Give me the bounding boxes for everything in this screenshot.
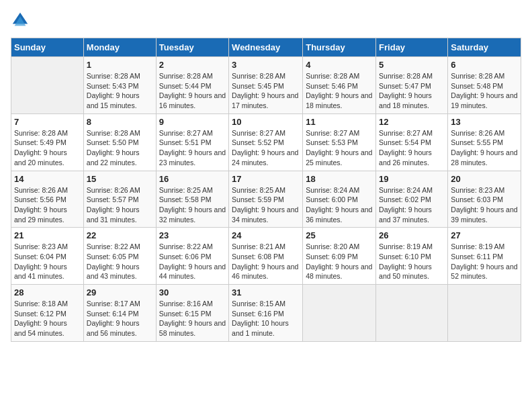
day-info: Sunrise: 8:22 AMSunset: 6:05 PMDaylight:…: [87, 242, 153, 281]
calendar-cell: 6Sunrise: 8:28 AMSunset: 5:48 PMDaylight…: [448, 57, 521, 114]
calendar-cell: 26Sunrise: 8:19 AMSunset: 6:10 PMDayligh…: [376, 228, 448, 285]
day-info: Sunrise: 8:24 AMSunset: 6:02 PMDaylight:…: [379, 185, 445, 225]
calendar-cell: 8Sunrise: 8:28 AMSunset: 5:50 PMDaylight…: [83, 113, 156, 171]
day-number: 27: [451, 230, 518, 240]
day-info: Sunrise: 8:16 AMSunset: 6:15 PMDaylight:…: [159, 299, 226, 338]
calendar-cell: 7Sunrise: 8:28 AMSunset: 5:49 PMDaylight…: [11, 113, 84, 171]
calendar-cell: [376, 285, 448, 342]
calendar-cell: 11Sunrise: 8:27 AMSunset: 5:53 PMDayligh…: [303, 113, 376, 171]
calendar-cell: 24Sunrise: 8:21 AMSunset: 6:08 PMDayligh…: [229, 228, 303, 285]
day-info: Sunrise: 8:26 AMSunset: 5:57 PMDaylight:…: [87, 185, 153, 225]
calendar-cell: 14Sunrise: 8:26 AMSunset: 5:56 PMDayligh…: [11, 171, 84, 228]
day-number: 3: [232, 60, 300, 70]
day-number: 22: [87, 230, 153, 240]
day-info: Sunrise: 8:27 AMSunset: 5:54 PMDaylight:…: [379, 128, 445, 168]
calendar-week-row: 1Sunrise: 8:28 AMSunset: 5:43 PMDaylight…: [11, 57, 521, 114]
day-info: Sunrise: 8:20 AMSunset: 6:09 PMDaylight:…: [306, 242, 373, 281]
calendar-week-row: 7Sunrise: 8:28 AMSunset: 5:49 PMDaylight…: [11, 113, 521, 171]
day-number: 8: [87, 117, 153, 127]
day-info: Sunrise: 8:19 AMSunset: 6:10 PMDaylight:…: [379, 242, 445, 281]
day-number: 31: [232, 287, 300, 298]
day-info: Sunrise: 8:28 AMSunset: 5:48 PMDaylight:…: [451, 71, 518, 111]
day-number: 2: [159, 60, 226, 70]
day-info: Sunrise: 8:25 AMSunset: 5:58 PMDaylight:…: [159, 185, 226, 225]
day-number: 29: [87, 287, 153, 298]
day-number: 23: [159, 230, 226, 240]
day-info: Sunrise: 8:27 AMSunset: 5:53 PMDaylight:…: [306, 128, 373, 168]
day-number: 5: [379, 60, 445, 70]
day-number: 6: [451, 60, 518, 70]
day-info: Sunrise: 8:19 AMSunset: 6:11 PMDaylight:…: [451, 242, 518, 281]
day-number: 25: [306, 230, 373, 240]
calendar-cell: 30Sunrise: 8:16 AMSunset: 6:15 PMDayligh…: [156, 285, 228, 342]
day-number: 20: [451, 174, 518, 184]
day-info: Sunrise: 8:26 AMSunset: 5:55 PMDaylight:…: [451, 128, 518, 168]
calendar-cell: 31Sunrise: 8:15 AMSunset: 6:16 PMDayligh…: [229, 285, 303, 342]
day-number: 15: [87, 174, 153, 184]
calendar-cell: 4Sunrise: 8:28 AMSunset: 5:46 PMDaylight…: [303, 57, 376, 114]
day-info: Sunrise: 8:28 AMSunset: 5:50 PMDaylight:…: [87, 128, 153, 168]
day-number: 26: [379, 230, 445, 240]
weekday-header: Monday: [83, 38, 156, 57]
calendar-cell: 3Sunrise: 8:28 AMSunset: 5:45 PMDaylight…: [229, 57, 303, 114]
calendar-cell: 5Sunrise: 8:28 AMSunset: 5:47 PMDaylight…: [376, 57, 448, 114]
calendar-cell: 10Sunrise: 8:27 AMSunset: 5:52 PMDayligh…: [229, 113, 303, 171]
day-info: Sunrise: 8:27 AMSunset: 5:51 PMDaylight:…: [159, 128, 226, 168]
calendar-week-row: 14Sunrise: 8:26 AMSunset: 5:56 PMDayligh…: [11, 171, 521, 228]
day-number: 1: [87, 60, 153, 70]
day-info: Sunrise: 8:26 AMSunset: 5:56 PMDaylight:…: [14, 185, 81, 225]
day-info: Sunrise: 8:24 AMSunset: 6:00 PMDaylight:…: [306, 185, 373, 225]
day-number: 10: [232, 117, 300, 127]
calendar-cell: 9Sunrise: 8:27 AMSunset: 5:51 PMDaylight…: [156, 113, 228, 171]
day-number: 12: [379, 117, 445, 127]
calendar-cell: 29Sunrise: 8:17 AMSunset: 6:14 PMDayligh…: [83, 285, 156, 342]
day-info: Sunrise: 8:15 AMSunset: 6:16 PMDaylight:…: [232, 299, 300, 338]
day-info: Sunrise: 8:27 AMSunset: 5:52 PMDaylight:…: [232, 128, 300, 168]
calendar-cell: 25Sunrise: 8:20 AMSunset: 6:09 PMDayligh…: [303, 228, 376, 285]
calendar-table: SundayMondayTuesdayWednesdayThursdayFrid…: [11, 38, 521, 342]
day-number: 17: [232, 174, 300, 184]
day-info: Sunrise: 8:28 AMSunset: 5:46 PMDaylight:…: [306, 71, 373, 111]
weekday-header-row: SundayMondayTuesdayWednesdayThursdayFrid…: [11, 38, 521, 57]
calendar-cell: 21Sunrise: 8:23 AMSunset: 6:04 PMDayligh…: [11, 228, 84, 285]
calendar-cell: 19Sunrise: 8:24 AMSunset: 6:02 PMDayligh…: [376, 171, 448, 228]
day-info: Sunrise: 8:18 AMSunset: 6:12 PMDaylight:…: [14, 299, 81, 338]
calendar-cell: 1Sunrise: 8:28 AMSunset: 5:43 PMDaylight…: [83, 57, 156, 114]
calendar-cell: [448, 285, 521, 342]
calendar-cell: 16Sunrise: 8:25 AMSunset: 5:58 PMDayligh…: [156, 171, 228, 228]
day-number: 24: [232, 230, 300, 240]
day-info: Sunrise: 8:28 AMSunset: 5:49 PMDaylight:…: [14, 128, 81, 168]
weekday-header: Saturday: [448, 38, 521, 57]
day-number: 19: [379, 174, 445, 184]
calendar-cell: 22Sunrise: 8:22 AMSunset: 6:05 PMDayligh…: [83, 228, 156, 285]
calendar-cell: 2Sunrise: 8:28 AMSunset: 5:44 PMDaylight…: [156, 57, 228, 114]
day-number: 14: [14, 174, 81, 184]
calendar-cell: 20Sunrise: 8:23 AMSunset: 6:03 PMDayligh…: [448, 171, 521, 228]
day-number: 4: [306, 60, 373, 70]
calendar-cell: 12Sunrise: 8:27 AMSunset: 5:54 PMDayligh…: [376, 113, 448, 171]
logo-icon: [11, 11, 30, 30]
calendar-cell: [303, 285, 376, 342]
day-info: Sunrise: 8:28 AMSunset: 5:43 PMDaylight:…: [87, 71, 153, 111]
day-info: Sunrise: 8:28 AMSunset: 5:45 PMDaylight:…: [232, 71, 300, 111]
day-info: Sunrise: 8:17 AMSunset: 6:14 PMDaylight:…: [87, 299, 153, 338]
weekday-header: Sunday: [11, 38, 84, 57]
calendar-cell: 28Sunrise: 8:18 AMSunset: 6:12 PMDayligh…: [11, 285, 84, 342]
logo: [11, 11, 32, 30]
day-number: 16: [159, 174, 226, 184]
day-number: 7: [14, 117, 81, 127]
day-number: 11: [306, 117, 373, 127]
calendar-cell: 17Sunrise: 8:25 AMSunset: 5:59 PMDayligh…: [229, 171, 303, 228]
weekday-header: Friday: [376, 38, 448, 57]
day-number: 13: [451, 117, 518, 127]
calendar-week-row: 28Sunrise: 8:18 AMSunset: 6:12 PMDayligh…: [11, 285, 521, 342]
day-number: 30: [159, 287, 226, 298]
day-info: Sunrise: 8:23 AMSunset: 6:03 PMDaylight:…: [451, 185, 518, 225]
weekday-header: Tuesday: [156, 38, 228, 57]
day-number: 21: [14, 230, 81, 240]
calendar-cell: 27Sunrise: 8:19 AMSunset: 6:11 PMDayligh…: [448, 228, 521, 285]
calendar-cell: 23Sunrise: 8:22 AMSunset: 6:06 PMDayligh…: [156, 228, 228, 285]
day-number: 9: [159, 117, 226, 127]
calendar-cell: 13Sunrise: 8:26 AMSunset: 5:55 PMDayligh…: [448, 113, 521, 171]
calendar-cell: 18Sunrise: 8:24 AMSunset: 6:00 PMDayligh…: [303, 171, 376, 228]
